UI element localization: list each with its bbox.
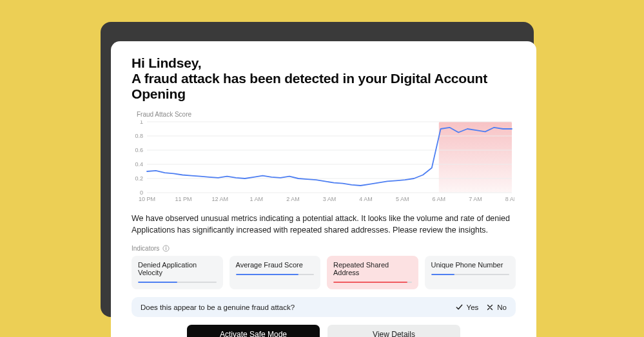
indicator-card[interactable]: Denied Application Velocity	[132, 256, 223, 289]
headline: Hi Lindsey, A fraud attack has been dete…	[132, 55, 516, 102]
indicator-label: Repeated Shared Address	[333, 261, 412, 276]
info-icon	[162, 245, 170, 252]
indicator-label: Average Fraud Score	[236, 261, 315, 269]
actions-row: Activate Safe Mode View Details	[132, 325, 516, 337]
indicator-label: Denied Application Velocity	[138, 261, 217, 276]
headline-greeting: Hi Lindsey,	[132, 55, 201, 70]
close-icon	[486, 303, 494, 311]
feedback-no-label: No	[497, 303, 507, 311]
indicator-bar	[236, 274, 315, 275]
svg-rect-26	[166, 248, 166, 250]
feedback-bar: Does this appear to be a genuine fraud a…	[132, 297, 516, 317]
svg-point-25	[166, 247, 166, 247]
feedback-no-button[interactable]: No	[486, 303, 507, 311]
svg-text:0.8: 0.8	[135, 133, 143, 139]
svg-text:12 AM: 12 AM	[211, 196, 228, 202]
activate-safe-mode-button[interactable]: Activate Safe Mode	[187, 325, 320, 337]
svg-text:8 AM: 8 AM	[505, 196, 514, 202]
alert-card: Hi Lindsey, A fraud attack has been dete…	[111, 41, 536, 337]
feedback-yes-button[interactable]: Yes	[455, 303, 479, 311]
chart-title: Fraud Attack Score	[137, 111, 516, 118]
summary-text: We have observed unusual metrics indicat…	[132, 213, 516, 236]
indicator-card[interactable]: Unique Phone Number	[425, 256, 516, 289]
indicator-bar	[138, 282, 217, 283]
svg-text:2 AM: 2 AM	[286, 196, 300, 202]
indicators-header: Indicators	[132, 245, 516, 252]
svg-text:1: 1	[140, 120, 143, 125]
svg-text:10 PM: 10 PM	[139, 196, 155, 202]
svg-text:4 AM: 4 AM	[359, 196, 373, 202]
svg-text:7 AM: 7 AM	[469, 196, 482, 202]
indicators-label: Indicators	[132, 245, 159, 252]
check-icon	[455, 303, 463, 311]
view-details-button[interactable]: View Details	[327, 325, 460, 337]
indicators-row: Denied Application VelocityAverage Fraud…	[132, 256, 516, 289]
svg-text:6 AM: 6 AM	[433, 196, 446, 202]
svg-text:0.2: 0.2	[135, 175, 143, 182]
chart-svg: 00.20.40.60.8110 PM11 PM12 AM1 AM2 AM3 A…	[132, 120, 514, 203]
indicator-card[interactable]: Average Fraud Score	[229, 256, 321, 289]
svg-text:3 AM: 3 AM	[323, 196, 337, 202]
svg-text:11 PM: 11 PM	[175, 196, 192, 202]
svg-text:0.6: 0.6	[135, 147, 143, 153]
svg-text:1 AM: 1 AM	[250, 196, 264, 202]
indicator-label: Unique Phone Number	[431, 261, 510, 269]
fraud-score-chart: 00.20.40.60.8110 PM11 PM12 AM1 AM2 AM3 A…	[132, 120, 514, 203]
headline-alert: A fraud attack has been detected in your…	[132, 71, 487, 101]
svg-rect-0	[439, 122, 512, 193]
svg-text:0: 0	[140, 189, 143, 196]
indicator-bar	[333, 282, 412, 283]
feedback-yes-label: Yes	[467, 303, 479, 311]
indicator-card[interactable]: Repeated Shared Address	[327, 256, 418, 289]
svg-text:0.4: 0.4	[135, 161, 143, 168]
feedback-question: Does this appear to be a genuine fraud a…	[141, 303, 295, 311]
indicator-bar	[431, 274, 510, 275]
svg-text:5 AM: 5 AM	[396, 196, 409, 202]
